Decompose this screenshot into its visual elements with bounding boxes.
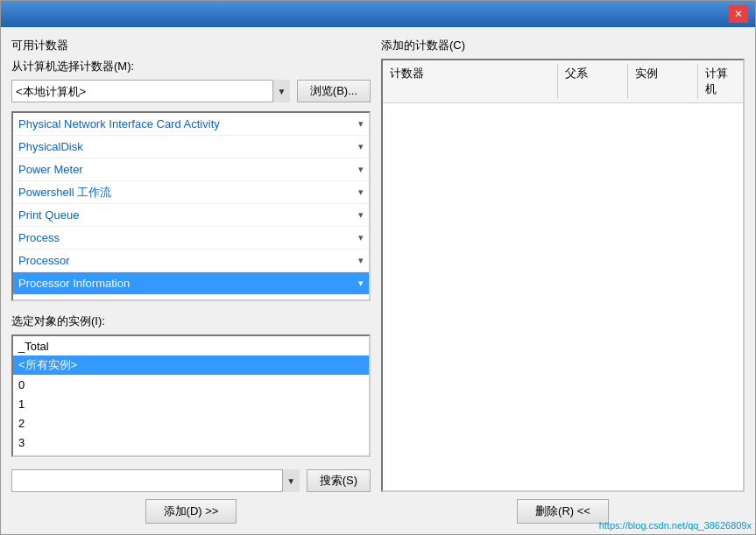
instances-label: 选定对象的实例(I): — [11, 313, 371, 329]
counter-expand-icon: ▾ — [358, 209, 364, 221]
counter-item-name: RAS — [18, 299, 42, 301]
counter-expand-icon: ▾ — [358, 118, 364, 130]
main-window: ✕ 可用计数器 从计算机选择计数器(M): <本地计算机> ▼ 浏览(B)...… — [0, 0, 756, 535]
counter-expand-icon: ▾ — [358, 164, 364, 175]
counter-expand-icon: ▾ — [358, 187, 364, 198]
counter-item[interactable]: Processor ▾ — [13, 250, 369, 272]
counter-item-name: Powershell 工作流 — [18, 185, 111, 201]
counter-expand-icon: ▾ — [358, 255, 364, 266]
instance-item[interactable]: 1 — [13, 394, 369, 413]
added-table-body — [383, 103, 743, 490]
search-select[interactable] — [11, 469, 300, 492]
added-table: 计数器 父系 实例 计算机 — [381, 59, 745, 492]
counter-item-name: Print Queue — [18, 208, 79, 222]
counter-item-name: PhysicalDisk — [18, 140, 83, 153]
browse-button[interactable]: 浏览(B)... — [297, 80, 371, 102]
instance-item[interactable]: <所有实例> — [13, 355, 369, 375]
counter-item[interactable]: Process ▾ — [13, 227, 369, 250]
added-label: 添加的计数器(C) — [381, 38, 745, 53]
counter-item-name: Process — [18, 231, 60, 244]
content-area: 可用计数器 从计算机选择计数器(M): <本地计算机> ▼ 浏览(B)... P… — [1, 27, 755, 534]
available-counters-label: 可用计数器 — [11, 38, 371, 53]
added-table-header: 计数器 父系 实例 计算机 — [383, 60, 743, 103]
delete-button[interactable]: 删除(R) << — [517, 499, 609, 524]
col-header-computer: 计算机 — [698, 64, 743, 99]
instances-list[interactable]: _Total<所有实例>0123 — [11, 334, 371, 457]
search-button[interactable]: 搜索(S) — [307, 469, 371, 492]
counter-list[interactable]: Physical Network Interface Card Activity… — [11, 111, 371, 301]
right-bottom-row: 删除(R) << — [381, 499, 745, 524]
counter-expand-icon: ▾ — [358, 141, 364, 152]
counter-item[interactable]: RAS ▾ — [13, 295, 369, 301]
close-button[interactable]: ✕ — [729, 5, 748, 23]
counter-expand-icon: ▾ — [358, 232, 364, 243]
counter-expand-icon: ▾ — [358, 300, 364, 301]
right-panel: 添加的计数器(C) 计数器 父系 实例 计算机 删除(R) << — [381, 38, 745, 524]
title-bar: ✕ — [1, 1, 755, 27]
select-from-label: 从计算机选择计数器(M): — [11, 59, 371, 74]
col-header-counter: 计数器 — [383, 64, 558, 99]
counter-item-name: Processor Information — [18, 277, 130, 290]
counter-item[interactable]: PhysicalDisk ▾ — [13, 136, 369, 158]
computer-select-row: <本地计算机> ▼ 浏览(B)... — [11, 80, 371, 102]
instance-item[interactable]: 3 — [13, 433, 369, 452]
bottom-controls: ▼ 搜索(S) — [11, 469, 371, 492]
computer-select[interactable]: <本地计算机> — [11, 80, 290, 102]
instance-item[interactable]: 0 — [13, 375, 369, 394]
counter-item[interactable]: Processor Information ▾ — [13, 272, 369, 295]
counter-item-name: Power Meter — [18, 163, 83, 176]
counter-item[interactable]: Print Queue ▾ — [13, 204, 369, 227]
col-header-instance: 实例 — [628, 64, 698, 99]
counter-expand-icon: ▾ — [358, 278, 364, 289]
action-row: 添加(D) >> — [11, 499, 371, 524]
counter-item[interactable]: Physical Network Interface Card Activity… — [13, 113, 369, 136]
col-header-parent: 父系 — [558, 64, 628, 99]
counter-item[interactable]: Power Meter ▾ — [13, 158, 369, 181]
counter-item-name: Physical Network Interface Card Activity — [18, 117, 220, 130]
counter-item[interactable]: Powershell 工作流 ▾ — [13, 181, 369, 204]
search-combo-wrapper[interactable]: ▼ — [11, 469, 300, 492]
counter-item-name: Processor — [18, 254, 70, 267]
instance-item[interactable]: 2 — [13, 413, 369, 433]
add-button[interactable]: 添加(D) >> — [145, 499, 237, 524]
instance-item[interactable]: _Total — [13, 336, 369, 355]
left-panel: 可用计数器 从计算机选择计数器(M): <本地计算机> ▼ 浏览(B)... P… — [11, 38, 371, 524]
computer-combo-wrapper[interactable]: <本地计算机> ▼ — [11, 80, 290, 102]
